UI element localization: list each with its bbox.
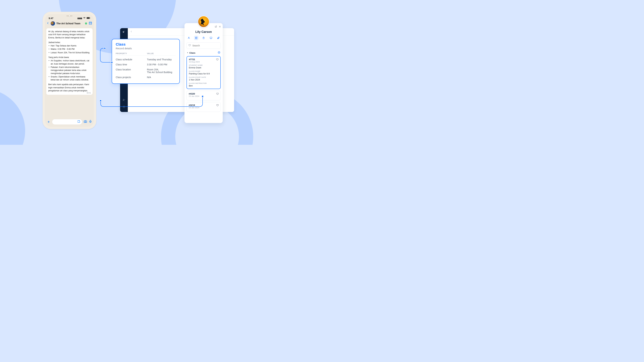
record-row: Class time3:30 PM - 5:00 PM xyxy=(116,62,176,67)
search-input[interactable] xyxy=(186,42,221,49)
camera-button[interactable] xyxy=(84,120,87,124)
back-button[interactable] xyxy=(46,21,49,25)
contact-name: Lily Carson xyxy=(186,30,221,34)
card-date: 10 Aug 2024 xyxy=(189,61,218,63)
chat-avatar[interactable] xyxy=(51,21,55,26)
connector-line xyxy=(96,48,113,64)
msg-greeting: Hi Lily, selamat datang di kelas melukis… xyxy=(48,30,90,39)
status-bar: 9:47 ▮▮▮▮ xyxy=(45,14,94,20)
phone-screen: 9:47 ▮▮▮▮ The Art School Team Hi Li xyxy=(45,14,94,127)
back-chevron-icon[interactable] xyxy=(130,30,132,33)
tab-desktop[interactable] xyxy=(209,36,213,40)
message-input[interactable] xyxy=(52,119,82,125)
app-logo: S` xyxy=(123,31,125,33)
storefront-icon[interactable] xyxy=(88,21,92,26)
wifi-icon xyxy=(83,17,86,19)
card-id: #7721 xyxy=(189,58,218,61)
connector-dot xyxy=(111,61,113,63)
close-icon[interactable] xyxy=(219,25,221,28)
status-time: 9:47 xyxy=(49,17,53,19)
favorite-button[interactable] xyxy=(216,92,219,96)
record-row: Class scheduleTuesday and Thursday xyxy=(116,57,176,62)
svg-rect-10 xyxy=(210,37,212,38)
status-icons: ▮▮▮▮ xyxy=(78,17,90,19)
chat-input-row: + xyxy=(45,118,94,127)
search-field[interactable] xyxy=(192,44,222,47)
connector-dot xyxy=(104,47,106,49)
chat-title[interactable]: The Art School Team xyxy=(56,22,84,25)
connector-line xyxy=(100,89,204,109)
panel-tabs xyxy=(186,36,221,40)
svg-rect-2 xyxy=(90,17,90,18)
connector-dot xyxy=(100,99,102,102)
svg-rect-5 xyxy=(90,120,91,122)
tab-database[interactable] xyxy=(194,36,198,40)
contact-avatar[interactable] xyxy=(198,16,210,27)
svg-rect-1 xyxy=(87,17,90,18)
message-bubble: Hi Lily, selamat datang di kelas melukis… xyxy=(46,28,92,95)
signal-icon: ▮▮▮▮ xyxy=(78,17,82,19)
class-card[interactable]: #7721 10 Aug 2024 STUDENT NAME Emma Gran… xyxy=(186,56,221,89)
favorite-button[interactable] xyxy=(216,58,219,61)
msg-closing: Beri tahu kami apabila ada pertanyaan. K… xyxy=(48,83,90,92)
record-details-card: Class Record details PROPERTY VALUE Clas… xyxy=(112,39,180,84)
verified-badge-icon xyxy=(85,22,87,25)
msg-schedule-list: Hari: Tiap Selasa dan Kamis Waktu: 3:30 … xyxy=(48,44,90,54)
open-external-icon[interactable] xyxy=(215,25,217,28)
mic-button[interactable] xyxy=(88,120,92,124)
svg-point-9 xyxy=(196,37,197,37)
msg-bring-title: Yang perlu Anda bawa: xyxy=(48,56,90,59)
tab-attachment[interactable] xyxy=(216,36,220,40)
chat-body: Hi Lily, selamat datang di kelas melukis… xyxy=(45,27,94,118)
chat-header: The Art School Team xyxy=(45,20,94,27)
connector-dot xyxy=(202,95,204,97)
msg-timestamp: 09:41 xyxy=(87,92,91,94)
svg-point-4 xyxy=(85,121,86,122)
msg-bring-list: Art Supplies: mohon bawa sketchbook, cat… xyxy=(48,59,90,81)
tab-shopping[interactable] xyxy=(202,36,206,40)
msg-schedule-title: Jadwal kelas: xyxy=(48,41,90,44)
bg-shape xyxy=(0,89,25,145)
section-header: ▼Class xyxy=(186,51,221,54)
record-row: Class locationRoom 204,The Art School Bu… xyxy=(116,67,176,75)
tab-profile[interactable] xyxy=(187,36,191,40)
phone-notch xyxy=(60,15,79,17)
favorite-button[interactable] xyxy=(216,104,219,107)
heart-icon xyxy=(188,44,191,47)
sticker-icon[interactable] xyxy=(77,120,80,124)
chevron-down-icon: ▼ xyxy=(187,52,188,54)
attach-button[interactable]: + xyxy=(46,119,51,124)
record-header-row: PROPERTY VALUE xyxy=(116,52,176,56)
add-button[interactable] xyxy=(218,51,220,54)
record-row: Class projectsN/A xyxy=(116,75,176,80)
phone-mockup: 9:47 ▮▮▮▮ The Art School Team Hi Li xyxy=(42,12,96,129)
section-toggle[interactable]: ▼Class xyxy=(187,52,196,54)
battery-icon xyxy=(86,17,90,19)
record-subtitle: Record details xyxy=(116,47,176,50)
svg-point-8 xyxy=(188,37,189,38)
record-title: Class xyxy=(116,42,176,46)
